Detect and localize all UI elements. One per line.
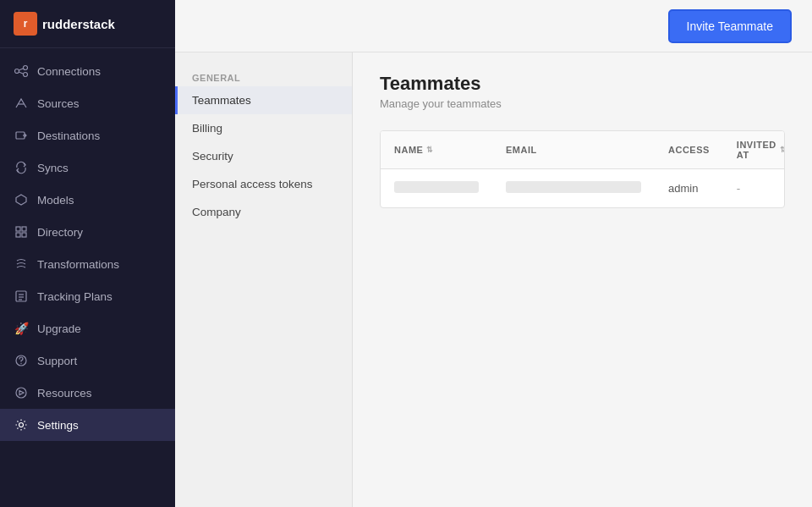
sidebar-item-syncs-label: Syncs (37, 162, 69, 174)
models-icon (14, 192, 29, 207)
sidebar-item-support-label: Support (37, 355, 77, 367)
connections-icon (14, 63, 29, 79)
sidebar-item-destinations[interactable]: Destinations (0, 119, 175, 152)
svg-rect-11 (22, 233, 26, 237)
sidebar-item-tracking-plans[interactable]: Tracking Plans (0, 280, 175, 312)
sidebar-item-models-label: Models (37, 194, 74, 207)
table-row: admin - (381, 169, 785, 208)
row-access-cell: admin (655, 169, 723, 208)
sidebar-item-directory-label: Directory (37, 226, 83, 239)
sidebar-item-support[interactable]: Support (0, 344, 175, 377)
svg-rect-9 (22, 227, 26, 231)
svg-rect-8 (16, 227, 20, 231)
transformations-icon (14, 256, 29, 272)
name-placeholder (394, 181, 479, 193)
access-badge: admin (668, 182, 698, 195)
logo-text: rudderstack (42, 17, 115, 31)
sidebar-item-destinations-label: Destinations (37, 130, 100, 142)
sub-nav-item-personal-access-tokens[interactable]: Personal access tokens (175, 170, 352, 198)
invite-teammate-button[interactable]: Invite Teammate (668, 9, 792, 43)
table-header-row: NAME ⇅ EMAIL ACCESS (381, 131, 785, 169)
svg-point-17 (20, 363, 21, 364)
col-header-invited-at[interactable]: INVITED AT ⇅ (723, 131, 785, 169)
sidebar-item-settings-label: Settings (37, 419, 79, 432)
svg-point-1 (24, 66, 28, 70)
col-header-email: EMAIL (492, 131, 655, 169)
page-content: Teammates Manage your teammates NAME ⇅ (353, 52, 812, 507)
sidebar-item-connections-label: Connections (37, 65, 101, 78)
invited-at-value: - (737, 182, 741, 195)
support-icon (14, 353, 29, 368)
sub-nav-item-teammates[interactable]: Teammates (175, 86, 352, 114)
content-wrapper: General Teammates Billing Security Perso… (175, 52, 812, 507)
page-title-block: Teammates Manage your teammates (380, 73, 502, 110)
sub-nav-section-general: General (175, 66, 352, 86)
sidebar-item-upgrade-label: Upgrade (37, 322, 81, 335)
sidebar-item-resources[interactable]: Resources (0, 377, 175, 409)
destinations-icon (14, 128, 29, 143)
sidebar-item-models[interactable]: Models (0, 184, 175, 216)
invited-at-sort-icon: ⇅ (780, 146, 785, 154)
sidebar-item-sources-label: Sources (37, 97, 80, 110)
sidebar-item-transformations-label: Transformations (37, 258, 119, 271)
page-subtitle: Manage your teammates (380, 97, 502, 110)
directory-icon (14, 224, 29, 240)
settings-icon (14, 417, 29, 433)
tracking-plans-icon (14, 289, 29, 304)
svg-point-19 (19, 423, 24, 427)
col-header-name[interactable]: NAME ⇅ (381, 131, 492, 169)
resources-icon (14, 385, 29, 400)
sidebar-item-connections[interactable]: Connections (0, 55, 175, 87)
sidebar-logo: r rudderstack (0, 0, 175, 48)
logo-icon: r (14, 12, 37, 36)
svg-line-3 (19, 69, 23, 70)
sidebar-item-settings[interactable]: Settings (0, 409, 175, 441)
svg-line-4 (19, 72, 23, 74)
settings-sub-nav: General Teammates Billing Security Perso… (175, 52, 353, 507)
sidebar-item-resources-label: Resources (37, 387, 92, 400)
sidebar-item-sources[interactable]: Sources (0, 87, 175, 119)
main-content: Invite Teammate General Teammates Billin… (175, 0, 812, 507)
sidebar-item-syncs[interactable]: Syncs (0, 152, 175, 184)
sidebar: r rudderstack Connections Sources Destin… (0, 0, 175, 507)
row-invited-at-cell: - (723, 169, 785, 208)
sidebar-item-tracking-plans-label: Tracking Plans (37, 290, 112, 303)
sub-nav-item-company[interactable]: Company (175, 198, 352, 226)
email-placeholder (506, 181, 641, 193)
teammates-table-container: NAME ⇅ EMAIL ACCESS (380, 130, 785, 208)
sidebar-item-directory[interactable]: Directory (0, 216, 175, 248)
svg-marker-7 (16, 195, 26, 205)
syncs-icon (14, 160, 29, 175)
svg-rect-10 (16, 233, 20, 237)
col-header-access: ACCESS (655, 131, 723, 169)
svg-point-2 (24, 73, 28, 77)
page-header: Teammates Manage your teammates (380, 73, 785, 110)
topbar: Invite Teammate (175, 0, 812, 52)
row-name-cell (381, 169, 492, 208)
sub-nav-item-billing[interactable]: Billing (175, 114, 352, 142)
sidebar-nav: Connections Sources Destinations Syncs M… (0, 48, 175, 507)
name-sort-icon: ⇅ (426, 146, 434, 154)
svg-point-0 (15, 69, 19, 74)
sub-nav-item-security[interactable]: Security (175, 142, 352, 170)
teammates-table: NAME ⇅ EMAIL ACCESS (381, 131, 785, 207)
page-title: Teammates (380, 73, 502, 95)
sidebar-item-upgrade[interactable]: 🚀 Upgrade (0, 312, 175, 344)
sidebar-item-transformations[interactable]: Transformations (0, 248, 175, 280)
sources-icon (14, 96, 29, 111)
row-email-cell (492, 169, 655, 208)
upgrade-icon: 🚀 (14, 321, 29, 336)
